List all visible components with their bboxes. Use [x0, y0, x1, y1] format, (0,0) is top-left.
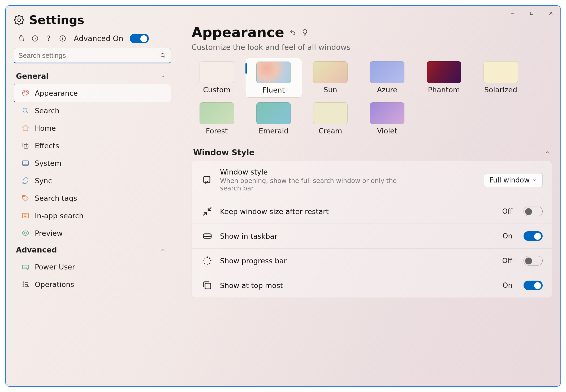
sidebar-item-search-tags[interactable]: Search tags [14, 189, 171, 207]
sidebar-item-operations[interactable]: Operations [14, 276, 171, 293]
setting-title: Window style [220, 168, 477, 176]
svg-rect-1 [530, 12, 533, 15]
theme-label: Forest [206, 127, 228, 135]
sidebar-item-label: Power User [35, 263, 75, 271]
theme-label: Violet [377, 127, 398, 135]
setting-title: Keep window size after restart [220, 207, 495, 216]
advanced-toggle-label: Advanced On [74, 34, 123, 43]
svg-point-9 [161, 54, 164, 57]
theme-label: Sun [323, 86, 337, 94]
close-button[interactable] [541, 6, 560, 21]
chevron-up-icon [545, 150, 550, 155]
toggle[interactable] [524, 256, 543, 265]
theme-sun[interactable]: Sun [305, 61, 356, 94]
info-icon[interactable] [59, 35, 66, 42]
theme-label: Emerald [259, 127, 288, 135]
theme-label: Fluent [262, 86, 285, 94]
sidebar-item-label: Search tags [35, 194, 77, 202]
history-icon[interactable] [31, 35, 39, 42]
sidebar-item-power-user[interactable]: Power User [14, 258, 171, 276]
theme-azure[interactable]: Azure [362, 61, 412, 94]
theme-swatch [200, 61, 234, 83]
search-input[interactable] [18, 51, 160, 60]
toggle[interactable] [524, 207, 543, 216]
sidebar-item-label: Home [35, 124, 56, 132]
svg-point-43 [210, 260, 211, 262]
setting-description: When opening, show the full search windo… [220, 177, 406, 192]
window-style-dropdown[interactable]: Full window [484, 173, 543, 187]
window-controls [503, 6, 560, 21]
sidebar-item-preview[interactable]: Preview [14, 224, 171, 242]
toggle[interactable] [524, 281, 543, 290]
lightbulb-icon[interactable] [301, 29, 309, 36]
theme-custom[interactable]: Custom [192, 61, 242, 94]
search-icon [21, 107, 29, 115]
keyboard-icon [21, 263, 29, 271]
help-icon[interactable]: ? [45, 35, 53, 42]
svg-point-23 [24, 215, 26, 217]
advanced-toggle[interactable] [130, 34, 149, 43]
sidebar-item-appearance[interactable]: Appearance [14, 84, 171, 102]
svg-point-4 [18, 19, 20, 21]
sidebar-item-home[interactable]: Home [14, 119, 171, 137]
svg-point-45 [207, 264, 208, 265]
setting-title: Show in taskbar [220, 232, 495, 240]
theme-solarized[interactable]: Solarized [476, 61, 526, 94]
svg-rect-17 [23, 143, 27, 147]
sidebar-item-label: Appearance [35, 89, 78, 97]
theme-swatch [483, 61, 518, 83]
theme-swatch [370, 61, 404, 83]
setting-title: Show progress bar [220, 257, 495, 265]
theme-swatch [313, 102, 348, 124]
theme-emerald[interactable]: Emerald [248, 102, 299, 135]
theme-forest[interactable]: Forest [192, 102, 242, 135]
svg-point-42 [209, 258, 210, 259]
setting-row-window-style: Window styleWhen opening, show the full … [192, 161, 552, 199]
theme-label: Solarized [484, 86, 517, 94]
settings-card: Window styleWhen opening, show the full … [192, 161, 552, 298]
theme-cream[interactable]: Cream [305, 102, 356, 135]
svg-point-46 [204, 263, 205, 264]
eye-icon [21, 229, 29, 237]
svg-point-41 [206, 256, 208, 258]
svg-point-15 [23, 108, 27, 112]
svg-rect-18 [24, 144, 28, 148]
theme-fluent[interactable]: Fluent [245, 58, 302, 98]
nav-group-general[interactable]: General [14, 68, 171, 84]
minimize-button[interactable] [503, 6, 522, 21]
search-box[interactable] [14, 48, 171, 63]
section-title: Window Style [193, 148, 254, 157]
svg-line-10 [164, 56, 165, 57]
app-title: Settings [29, 13, 84, 27]
sidebar-item-effects[interactable]: Effects [14, 137, 171, 154]
maximize-button[interactable] [522, 6, 541, 21]
setting-row-keep-window-size-after-restart: Keep window size after restartOff [192, 199, 552, 224]
svg-point-32 [23, 282, 24, 283]
toggle[interactable] [524, 231, 543, 241]
setting-row-show-at-top-most: Show at top mostOn [192, 273, 552, 298]
section-window-style[interactable]: Window Style [193, 148, 550, 157]
svg-point-13 [26, 91, 27, 92]
theme-grid: CustomFluentSunAzurePhantomSolarizedFore… [192, 61, 552, 135]
sidebar-item-system[interactable]: System [14, 154, 171, 172]
theme-swatch [427, 61, 461, 83]
svg-point-25 [24, 232, 27, 234]
nav: General AppearanceSearchHomeEffectsSyste… [14, 68, 171, 293]
nav-group-advanced[interactable]: Advanced [14, 242, 171, 258]
nav-group-label: Advanced [16, 246, 57, 254]
sidebar-item-label: In-app search [35, 212, 84, 220]
svg-point-14 [27, 93, 28, 93]
svg-rect-22 [23, 213, 29, 218]
undo-icon[interactable] [289, 29, 296, 36]
theme-phantom[interactable]: Phantom [419, 61, 469, 94]
sidebar-item-in-app-search[interactable]: In-app search [14, 207, 171, 224]
theme-violet[interactable]: Violet [362, 102, 412, 135]
bag-icon[interactable] [18, 35, 25, 42]
svg-rect-39 [203, 234, 211, 238]
sidebar-item-sync[interactable]: Sync [14, 172, 171, 189]
setting-title: Show at top most [220, 281, 495, 290]
svg-point-33 [23, 284, 24, 285]
sidebar-item-search[interactable]: Search [14, 102, 171, 119]
sidebar-item-label: Effects [35, 142, 59, 150]
sidebar-item-label: Search [35, 107, 59, 115]
